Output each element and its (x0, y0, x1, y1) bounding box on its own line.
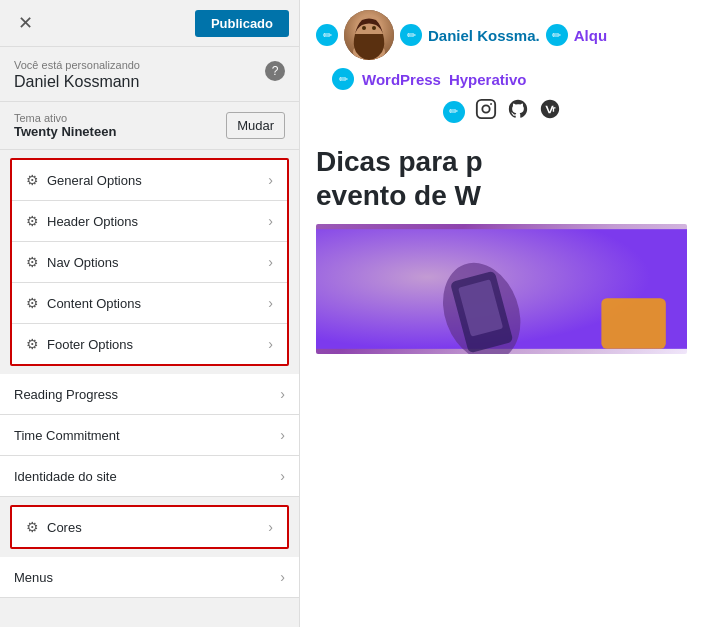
edit-pencil-wp-icon[interactable]: ✏ (332, 68, 354, 90)
gear-icon: ⚙ (26, 295, 39, 311)
chevron-right-icon: › (268, 519, 273, 535)
edit-pencil-icon[interactable]: ✏ (316, 24, 338, 46)
svg-point-6 (490, 103, 492, 105)
profile-name[interactable]: Daniel Kossma. (428, 27, 540, 44)
publish-button[interactable]: Publicado (195, 10, 289, 37)
menu-group-cores-boxed: ⚙ Cores › (10, 505, 289, 549)
menu-item-nav-options[interactable]: ⚙ Nav Options › (12, 242, 287, 283)
avatar (344, 10, 394, 60)
svg-point-3 (372, 26, 376, 30)
menu-item-header-options[interactable]: ⚙ Header Options › (12, 201, 287, 242)
footer-options-label: Footer Options (47, 337, 133, 352)
menu-item-time-commitment[interactable]: Time Commitment › (0, 415, 299, 456)
article-area: Dicas para p evento de W (316, 145, 687, 354)
left-panel: ✕ Publicado Você está personalizando Dan… (0, 0, 300, 627)
chevron-right-icon: › (268, 254, 273, 270)
menu-section: ⚙ General Options › ⚙ Header Options › ⚙… (0, 150, 299, 627)
gear-icon: ⚙ (26, 254, 39, 270)
customizing-name: Daniel Kossmann (14, 73, 140, 91)
time-commitment-label: Time Commitment (14, 428, 120, 443)
edit-pencil-name-icon[interactable]: ✏ (400, 24, 422, 46)
identidade-do-site-label: Identidade do site (14, 469, 117, 484)
chevron-right-icon: › (268, 295, 273, 311)
general-options-label: General Options (47, 173, 142, 188)
change-theme-button[interactable]: Mudar (226, 112, 285, 139)
chevron-right-icon: › (268, 336, 273, 352)
content-options-label: Content Options (47, 296, 141, 311)
menu-item-menus[interactable]: Menus › (0, 557, 299, 598)
edit-pencil-social-icon[interactable]: ✏ (443, 101, 465, 123)
menu-item-content-options[interactable]: ⚙ Content Options › (12, 283, 287, 324)
edit-pencil-site-icon[interactable]: ✏ (546, 24, 568, 46)
menu-item-cores[interactable]: ⚙ Cores › (12, 507, 287, 547)
chevron-right-icon: › (268, 213, 273, 229)
menu-item-identidade-do-site[interactable]: Identidade do site › (0, 456, 299, 497)
social-row: ✏ (316, 98, 687, 125)
article-title: Dicas para p evento de W (316, 145, 687, 212)
gear-icon: ⚙ (26, 519, 39, 535)
github-icon[interactable] (507, 98, 529, 125)
gear-icon: ⚙ (26, 336, 39, 352)
menu-group-boxed: ⚙ General Options › ⚙ Header Options › ⚙… (10, 158, 289, 366)
close-button[interactable]: ✕ (10, 8, 41, 38)
site-link-wordpress[interactable]: WordPress (362, 71, 441, 88)
right-panel: ✏ ✏ Daniel K (300, 0, 703, 627)
header-options-label: Header Options (47, 214, 138, 229)
customizing-subtitle: Você está personalizando (14, 59, 140, 71)
svg-point-2 (362, 26, 366, 30)
menu-item-footer-options[interactable]: ⚙ Footer Options › (12, 324, 287, 364)
svg-point-5 (482, 105, 489, 112)
gear-icon: ⚙ (26, 172, 39, 188)
chevron-right-icon: › (280, 386, 285, 402)
svg-rect-4 (476, 100, 494, 118)
chevron-right-icon: › (280, 427, 285, 443)
svg-rect-11 (601, 298, 665, 349)
menu-item-reading-progress[interactable]: Reading Progress › (0, 374, 299, 415)
menu-item-general-options[interactable]: ⚙ General Options › (12, 160, 287, 201)
profile-area: ✏ ✏ Daniel K (316, 10, 687, 60)
cores-label: Cores (47, 520, 82, 535)
top-bar: ✕ Publicado (0, 0, 299, 47)
nav-options-label: Nav Options (47, 255, 119, 270)
gear-icon: ⚙ (26, 213, 39, 229)
theme-section: Tema ativo Twenty Nineteen Mudar (0, 102, 299, 150)
reading-progress-label: Reading Progress (14, 387, 118, 402)
chevron-right-icon: › (268, 172, 273, 188)
customizing-section: Você está personalizando Daniel Kossmann… (0, 47, 299, 102)
chevron-right-icon: › (280, 569, 285, 585)
menus-label: Menus (14, 570, 53, 585)
theme-label: Tema ativo (14, 112, 116, 124)
article-image (316, 224, 687, 354)
help-icon[interactable]: ? (265, 61, 285, 81)
site-link-hyperativo[interactable]: Hyperativo (449, 71, 527, 88)
theme-name: Twenty Nineteen (14, 124, 116, 139)
chevron-right-icon: › (280, 468, 285, 484)
preview-content: ✏ ✏ Daniel K (300, 0, 703, 627)
wordpress-icon[interactable] (539, 98, 561, 125)
site-link-alqu[interactable]: Alqu (574, 27, 607, 44)
instagram-icon[interactable] (475, 98, 497, 125)
